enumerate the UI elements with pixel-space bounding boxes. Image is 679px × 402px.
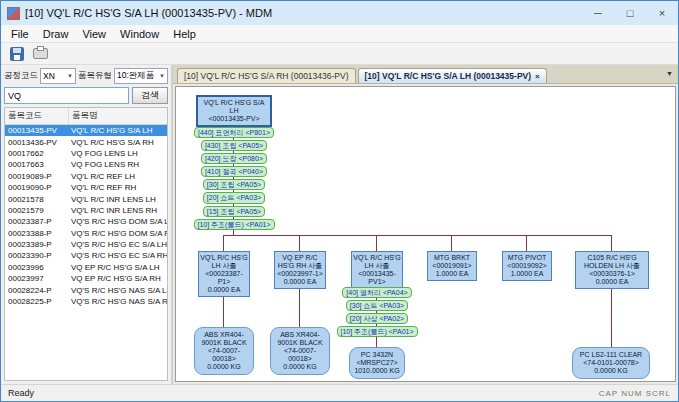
tab-close-icon[interactable]: × (535, 72, 540, 81)
search-input[interactable] (4, 87, 129, 104)
item-name-cell: VQ FOG LENS LH (69, 149, 167, 158)
item-type-label: 품목유형 (78, 70, 112, 82)
minimize-button[interactable]: ─ (582, 1, 614, 25)
node-name: PC LS2-111 CLEAR (575, 351, 647, 359)
connector-line (611, 235, 612, 251)
item-code-cell: 00021579 (5, 206, 69, 215)
item-code-cell: 00023997 (5, 274, 69, 283)
table-row[interactable]: 00013436-PVVQ'L R/C HS'G S/A RH (5, 136, 167, 147)
diagram-node-child-4[interactable]: MTG BRKT <00019091> 1.0000 EA (427, 251, 477, 281)
item-code-cell: 00023390-P (5, 251, 69, 260)
operation-node[interactable]: [430] 조립 <PA05> (201, 140, 267, 151)
operation-node[interactable]: [40] 열처리 <PA04> (342, 287, 411, 298)
item-type-select[interactable]: 10:완제품 ▼ (114, 68, 168, 84)
diagram-node-child-5[interactable]: MTG PIVOT <00019092> 1.0000 EA (502, 251, 552, 281)
menu-view[interactable]: View (75, 27, 113, 41)
node-code: <74-0101-00078> (575, 359, 647, 367)
tab[interactable]: [10] VQ'L R/C HS'G S/A RH (00013436-PV) (177, 68, 356, 83)
menu-help[interactable]: Help (166, 27, 203, 41)
item-table-body: 00013435-PVVQ'L R/C HS'G S/A LH00013436-… (5, 125, 167, 307)
process-code-label: 공정코드 (4, 70, 38, 82)
table-row[interactable]: 00023390-PVQ'S R/C HS'G EC S/A RH (5, 250, 167, 261)
item-code-cell: 00019089-P (5, 172, 69, 181)
document-area: [10] VQ'L R/C HS'G S/A RH (00013436-PV)[… (173, 65, 678, 384)
keyboard-indicators: CAP NUM SCRL (599, 389, 671, 398)
search-button[interactable]: 검색 (132, 87, 168, 104)
tab-list-dropdown-icon[interactable]: ▼ (666, 70, 673, 77)
node-name: VQ'L R/C HS'G S/A LH (199, 99, 269, 115)
operation-node[interactable]: [440] 표면처리 <P801> (194, 127, 274, 138)
operation-node[interactable]: [30] 조립 <PA05> (203, 179, 265, 190)
tab-label: [10] VQ'L R/C HS'G S/A RH (00013436-PV) (184, 71, 349, 81)
operation-node[interactable]: [410] 절곡 <P040> (201, 166, 267, 177)
chevron-down-icon: ▼ (67, 73, 73, 79)
item-name-cell: VQ'L R/C REF LH (69, 172, 167, 181)
node-name: ABS XR404-9001K BLACK (273, 331, 327, 347)
print-button[interactable] (31, 45, 49, 63)
material-node-2[interactable]: ABS XR404-9001K BLACK <74-0007-00018> 0.… (270, 327, 330, 375)
operation-node[interactable]: [15] 조립 <PA05> (203, 206, 265, 217)
process-code-select[interactable]: XN ▼ (40, 68, 76, 84)
node-code: <00019091> (429, 262, 475, 270)
operation-node[interactable]: [20] 사상 <PA02> (346, 313, 408, 324)
app-window: [10] VQ'L R/C HS'G S/A LH (00013435-PV) … (0, 0, 679, 402)
diagram-node-child-1[interactable]: VQ'L R/C HS'G LH 사출 <00023387-P1> 0.0000… (198, 251, 250, 297)
node-qty: 0.0000 KG (273, 363, 327, 371)
diagram-node-child-2[interactable]: VQ EP R/C HS'G RH 사출 <00023997-1> 0.0000… (274, 251, 326, 289)
chevron-down-icon: ▼ (159, 73, 165, 79)
node-qty: 1.0000 EA (504, 270, 550, 278)
menu-window[interactable]: Window (113, 27, 166, 41)
item-name-cell: VQ'L R/C REF RH (69, 183, 167, 192)
node-name: VQ'L R/C HS'G LH 사출 (200, 254, 248, 270)
table-row[interactable]: 00021578VQ'L R/C INR LENS LH (5, 193, 167, 204)
table-row[interactable]: 00017663VQ FOG LENS RH (5, 159, 167, 170)
table-row[interactable]: 00028224-PVQ'S R/C HS'G NAS S/A LH (5, 284, 167, 295)
operation-node[interactable]: [420] 도장 <P080> (201, 153, 267, 164)
table-row[interactable]: 00023996VQ EP R/C HS'G S/A LH (5, 262, 167, 273)
maximize-button[interactable]: □ (614, 1, 646, 25)
diagram-node-child-6[interactable]: C105 R/C HS'G HOLDEN LH 사출 <00030376-1> … (575, 251, 649, 289)
table-row[interactable]: 00023389-PVQ'S R/C HS'G EC S/A LH (5, 239, 167, 250)
item-name-cell: VQ'S R/C HS'G NAS S/A LH (69, 286, 167, 295)
node-name: C105 R/C HS'G HOLDEN LH 사출 (577, 254, 647, 270)
item-name-cell: VQ EP R/C HS'G S/A LH (69, 263, 167, 272)
table-row[interactable]: 00013435-PVVQ'L R/C HS'G S/A LH (5, 125, 167, 136)
table-row[interactable]: 00023387-PVQ'S R/C HS'G DOM S/A LH (5, 216, 167, 227)
operation-node[interactable]: [10] 주조(몰드) <PA01> (337, 326, 418, 337)
table-row[interactable]: 00028225-PVQ'S R/C HS'G NAS S/A RH (5, 296, 167, 307)
table-row[interactable]: 00021579VQ'L R/C INR LENS RH (5, 205, 167, 216)
item-code-cell: 00023996 (5, 263, 69, 272)
material-node-1[interactable]: ABS XR404-9001K BLACK <74-0007-00018> 0.… (194, 327, 254, 375)
operation-node[interactable]: [20] 쇼트 <PA03> (203, 192, 265, 203)
operation-node[interactable]: [30] 쇼트 <PA03> (346, 300, 408, 311)
root-operations: [440] 표면처리 <P801>[430] 조립 <PA05>[420] 도장… (194, 127, 274, 230)
item-code-cell: 00017662 (5, 149, 69, 158)
item-table: 품목코드 품목명 00013435-PVVQ'L R/C HS'G S/A LH… (4, 107, 168, 381)
material-node-4[interactable]: PC LS2-111 CLEAR <74-0101-00078> 0.0000 … (572, 347, 650, 379)
node-qty: 1.0000 EA (429, 270, 475, 278)
save-button[interactable] (8, 45, 26, 63)
connector-line (299, 235, 300, 251)
node-qty: 0.0000 EA (200, 286, 248, 294)
column-header-item-name[interactable]: 품목명 (69, 108, 167, 124)
operation-node[interactable]: [10] 주조(몰드) <PA01> (194, 219, 275, 230)
app-icon (7, 7, 20, 20)
table-row[interactable]: 00023388-PVQ'S R/C HS'G DOM S/A RH (5, 228, 167, 239)
menu-file[interactable]: File (4, 27, 36, 41)
menu-draw[interactable]: Draw (36, 27, 76, 41)
table-row[interactable]: 00019090-PVQ'L R/C REF RH (5, 182, 167, 193)
close-button[interactable]: × (646, 1, 678, 25)
item-name-cell: VQ EP R/C HS'G S/A RH (69, 274, 167, 283)
diagram-root-node[interactable]: VQ'L R/C HS'G S/A LH <00013435-PV> (196, 95, 272, 127)
node-code: <00023997-1> (276, 270, 324, 278)
node-qty: 1010.0000 KG (352, 367, 402, 375)
node-code: <00013435-PV1> (353, 270, 401, 286)
node-code: <00019092> (504, 262, 550, 270)
table-row[interactable]: 00017662VQ FOG LENS LH (5, 148, 167, 159)
item-name-cell: VQ'S R/C HS'G NAS S/A RH (69, 297, 167, 306)
tab-active[interactable]: [10] VQ'L R/C HS'G S/A LH (00013435-PV)× (358, 68, 547, 83)
material-node-3[interactable]: PC 3432N <MRSPC27> 1010.0000 KG (349, 347, 405, 379)
column-header-item-code[interactable]: 품목코드 (5, 108, 69, 124)
table-row[interactable]: 00019089-PVQ'L R/C REF LH (5, 171, 167, 182)
table-row[interactable]: 00023997VQ EP R/C HS'G S/A RH (5, 273, 167, 284)
